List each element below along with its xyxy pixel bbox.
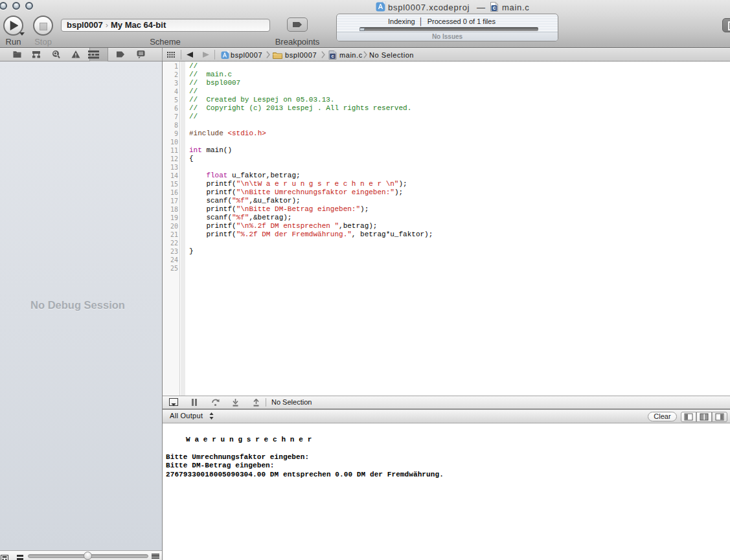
svg-text:c: c bbox=[331, 53, 334, 59]
svg-text:c: c bbox=[493, 5, 496, 11]
